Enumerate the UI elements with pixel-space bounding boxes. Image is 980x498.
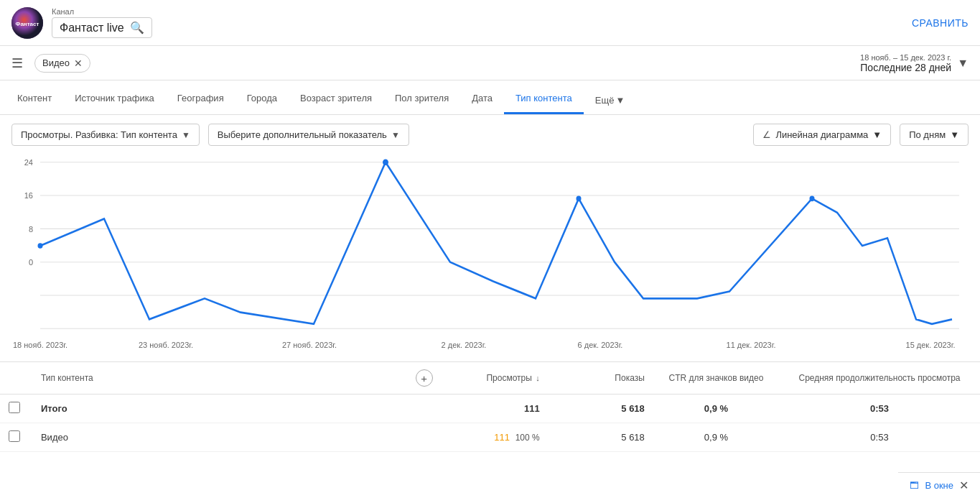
- video-label: Видео: [41, 432, 68, 443]
- svg-text:18 нояб. 2023г.: 18 нояб. 2023г.: [13, 341, 67, 349]
- sort-icon: ↓: [536, 374, 540, 382]
- svg-text:27 нояб. 2023г.: 27 нояб. 2023г.: [282, 341, 337, 349]
- td-checkbox-video[interactable]: [0, 423, 32, 452]
- th-ctr: CTR для значков видео: [653, 362, 779, 395]
- compare-button[interactable]: СРАВНИТЬ: [912, 17, 969, 29]
- chart-type-arrow: ▼: [872, 129, 882, 140]
- chip-close-icon[interactable]: ✕: [74, 57, 83, 69]
- svg-text:Фантаст: Фантаст: [16, 21, 39, 27]
- svg-text:8: 8: [29, 224, 33, 233]
- td-duration-total: 0:53: [779, 395, 980, 423]
- tab-cities[interactable]: Города: [235, 84, 289, 114]
- filter-bar: ☰ Видео ✕ 18 нояб. – 15 дек. 2023 г. Пос…: [0, 46, 980, 80]
- tab-age[interactable]: Возраст зрителя: [289, 84, 383, 114]
- data-table: Тип контента + Просмотры ↓ Показы CTR дл…: [0, 361, 980, 452]
- th-add-col[interactable]: +: [405, 362, 444, 395]
- svg-point-19: [383, 159, 388, 165]
- add-column-icon[interactable]: +: [416, 369, 433, 387]
- date-dropdown-icon[interactable]: ▼: [957, 57, 969, 70]
- channel-name: Фантаст live: [60, 22, 124, 34]
- td-ctr-video: 0,9 %: [653, 423, 779, 452]
- th-ctr-label: CTR для значков видео: [669, 373, 764, 383]
- checkbox-video[interactable]: [9, 430, 20, 442]
- period-label: По дням: [909, 129, 946, 140]
- secondary-metric-arrow: ▼: [391, 130, 400, 140]
- chart-type-dropdown[interactable]: ∠ Линейная диаграмма ▼: [753, 124, 891, 146]
- th-shows-label: Показы: [615, 373, 644, 383]
- td-checkbox-total[interactable]: [0, 395, 32, 423]
- tab-content-type[interactable]: Тип контента: [504, 84, 584, 114]
- filter-chip-label: Видео: [42, 57, 70, 68]
- secondary-metric-label: Выберите дополнительный показатель: [218, 129, 387, 140]
- menu-icon[interactable]: ☰: [11, 55, 23, 71]
- td-duration-video: 0:53: [779, 423, 980, 452]
- chart-svg: 24 16 8 0 18 нояб. 2023г. 23 нояб. 2023г…: [11, 155, 969, 356]
- secondary-metric-dropdown[interactable]: Выберите дополнительный показатель ▼: [208, 124, 409, 146]
- td-add-video: [405, 423, 444, 452]
- svg-point-21: [810, 196, 815, 202]
- table-row-video: Видео 111 100 % 5 618 0,9 % 0:53: [0, 423, 980, 452]
- th-content-type-label: Тип контента: [41, 373, 93, 383]
- checkbox-total[interactable]: [9, 402, 20, 413]
- svg-text:6 дек. 2023г.: 6 дек. 2023г.: [578, 341, 623, 349]
- svg-point-20: [577, 196, 582, 202]
- date-range-box: 18 нояб. – 15 дек. 2023 г. Последние 28 …: [860, 53, 951, 73]
- td-shows-video: 5 618: [549, 423, 653, 452]
- th-duration: Средняя продолжительность просмотра: [779, 362, 980, 395]
- chart-area: 24 16 8 0 18 нояб. 2023г. 23 нояб. 2023г…: [0, 155, 980, 356]
- metric-label: Просмотры. Разбивка: Тип контента: [21, 129, 177, 140]
- tab-traffic-source[interactable]: Источник трафика: [63, 84, 166, 114]
- channel-label: Канал: [52, 7, 152, 16]
- svg-text:24: 24: [24, 158, 34, 167]
- td-views-video: 111 100 %: [444, 423, 549, 452]
- tabs: Контент Источник трафика География Город…: [0, 80, 980, 115]
- th-duration-label: Средняя продолжительность просмотра: [798, 373, 960, 383]
- td-ctr-total: 0,9 %: [653, 395, 779, 423]
- tab-content[interactable]: Контент: [6, 84, 63, 114]
- tab-date[interactable]: Дата: [460, 84, 504, 114]
- td-type-video: Видео: [32, 423, 405, 452]
- header: Фантаст Канал Фантаст live 🔍 СРАВНИТЬ: [0, 0, 980, 46]
- tab-more-icon: ▼: [615, 95, 625, 106]
- metric-dropdown[interactable]: Просмотры. Разбивка: Тип контента ▼: [11, 124, 200, 146]
- filter-chip-video[interactable]: Видео ✕: [34, 54, 90, 73]
- date-range-small: 18 нояб. – 15 дек. 2023 г.: [860, 53, 951, 62]
- chart-type-label: Линейная диаграмма: [775, 129, 868, 140]
- search-icon[interactable]: 🔍: [130, 21, 144, 34]
- svg-text:0: 0: [29, 258, 33, 267]
- th-checkbox: [0, 362, 32, 395]
- metric-dropdown-arrow: ▼: [182, 130, 190, 140]
- views-value: 111: [494, 432, 510, 443]
- td-add-total: [405, 395, 444, 423]
- td-shows-total: 5 618: [549, 395, 653, 423]
- tab-more-label: Ещё: [595, 95, 615, 106]
- svg-text:15 дек. 2023г.: 15 дек. 2023г.: [906, 341, 956, 349]
- th-views[interactable]: Просмотры ↓: [444, 362, 549, 395]
- tab-gender[interactable]: Пол зрителя: [383, 84, 460, 114]
- th-content-type: Тип контента: [32, 362, 405, 395]
- channel-avatar: Фантаст: [11, 7, 43, 39]
- td-views-total: 111: [444, 395, 549, 423]
- chart-controls: Просмотры. Разбивка: Тип контента ▼ Выбе…: [0, 115, 980, 155]
- svg-text:11 дек. 2023г.: 11 дек. 2023г.: [727, 341, 776, 349]
- th-views-label: Просмотры: [486, 373, 531, 383]
- tab-more[interactable]: Ещё ▼: [584, 86, 636, 114]
- line-chart-icon: ∠: [762, 129, 771, 140]
- channel-name-box[interactable]: Фантаст live 🔍: [52, 17, 152, 38]
- date-range-main: Последние 28 дней: [860, 62, 951, 73]
- td-type-total: Итого: [32, 395, 405, 423]
- tab-geography[interactable]: География: [166, 84, 235, 114]
- channel-info: Канал Фантаст live 🔍: [52, 7, 152, 38]
- views-pct: 100 %: [515, 433, 540, 443]
- svg-text:23 нояб. 2023г.: 23 нояб. 2023г.: [139, 341, 193, 349]
- period-dropdown[interactable]: По дням ▼: [900, 124, 969, 146]
- svg-text:16: 16: [24, 191, 33, 200]
- total-label: Итого: [41, 403, 67, 414]
- date-range-wrapper[interactable]: 18 нояб. – 15 дек. 2023 г. Последние 28 …: [860, 53, 969, 73]
- svg-point-22: [38, 243, 43, 249]
- th-shows: Показы: [549, 362, 653, 395]
- table-row-total: Итого 111 5 618 0,9 % 0:53: [0, 395, 980, 423]
- period-arrow: ▼: [950, 129, 959, 140]
- svg-text:2 дек. 2023г.: 2 дек. 2023г.: [442, 341, 487, 349]
